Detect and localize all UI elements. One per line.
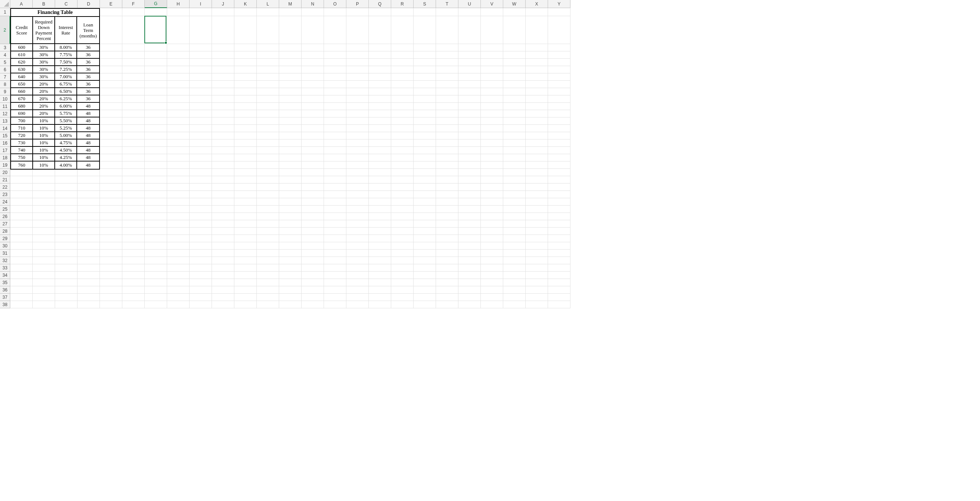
- cell-O7[interactable]: [324, 73, 346, 81]
- cell-G31[interactable]: [145, 250, 167, 257]
- cell-S2[interactable]: [414, 16, 436, 44]
- cell-L18[interactable]: [257, 154, 279, 162]
- cell-J22[interactable]: [212, 184, 234, 191]
- cell-N23[interactable]: [302, 191, 324, 198]
- cell-A35[interactable]: [10, 279, 33, 286]
- cell-T36[interactable]: [436, 286, 458, 293]
- cell-D31[interactable]: [78, 250, 100, 257]
- table-cell[interactable]: 690: [11, 110, 33, 117]
- cell-L8[interactable]: [257, 81, 279, 88]
- cell-T28[interactable]: [436, 228, 458, 235]
- cell-M36[interactable]: [279, 286, 302, 293]
- cell-F35[interactable]: [123, 279, 145, 286]
- cell-I32[interactable]: [189, 257, 212, 264]
- row-header-27[interactable]: 27: [0, 220, 10, 228]
- cell-O38[interactable]: [324, 301, 346, 308]
- cell-S32[interactable]: [414, 257, 436, 264]
- cell-G10[interactable]: [145, 95, 167, 103]
- cell-L11[interactable]: [257, 103, 279, 110]
- cell-N16[interactable]: [302, 140, 324, 147]
- cell-I15[interactable]: [189, 132, 212, 140]
- cell-V34[interactable]: [481, 272, 503, 279]
- cell-O18[interactable]: [324, 154, 346, 162]
- cell-N37[interactable]: [302, 293, 324, 301]
- cell-Q26[interactable]: [369, 213, 391, 220]
- cell-G27[interactable]: [145, 220, 167, 228]
- cell-K4[interactable]: [234, 51, 257, 59]
- cell-B21[interactable]: [33, 176, 55, 184]
- cell-J5[interactable]: [212, 59, 234, 66]
- cell-L30[interactable]: [257, 242, 279, 250]
- table-header-cell[interactable]: Required Down Payment Percent: [33, 17, 55, 43]
- cell-U16[interactable]: [458, 140, 481, 147]
- row-header-5[interactable]: 5: [0, 59, 10, 66]
- cell-L12[interactable]: [257, 110, 279, 117]
- cell-T37[interactable]: [436, 293, 458, 301]
- cell-J10[interactable]: [212, 95, 234, 103]
- cell-I36[interactable]: [189, 286, 212, 293]
- cell-I33[interactable]: [189, 264, 212, 272]
- cell-J4[interactable]: [212, 51, 234, 59]
- cell-H32[interactable]: [167, 257, 189, 264]
- cell-L14[interactable]: [257, 125, 279, 132]
- cell-Q34[interactable]: [369, 272, 391, 279]
- cell-A33[interactable]: [10, 264, 33, 272]
- column-header-H[interactable]: H: [167, 0, 189, 8]
- table-cell[interactable]: 4.00%: [55, 162, 77, 169]
- cell-O16[interactable]: [324, 140, 346, 147]
- cell-M22[interactable]: [279, 184, 302, 191]
- table-cell[interactable]: 650: [11, 81, 33, 87]
- cell-A34[interactable]: [10, 272, 33, 279]
- cell-U27[interactable]: [458, 220, 481, 228]
- cell-F1[interactable]: [123, 8, 145, 16]
- cell-O29[interactable]: [324, 235, 346, 242]
- cell-U23[interactable]: [458, 191, 481, 198]
- cell-L15[interactable]: [257, 132, 279, 140]
- cell-D29[interactable]: [78, 235, 100, 242]
- cell-W20[interactable]: [503, 169, 526, 176]
- cell-S14[interactable]: [414, 125, 436, 132]
- table-cell[interactable]: 630: [11, 66, 33, 73]
- cell-K38[interactable]: [234, 301, 257, 308]
- cell-Y15[interactable]: [548, 132, 570, 140]
- cell-O26[interactable]: [324, 213, 346, 220]
- cell-R23[interactable]: [391, 191, 414, 198]
- cell-O36[interactable]: [324, 286, 346, 293]
- cell-F17[interactable]: [123, 147, 145, 154]
- cell-B20[interactable]: [33, 169, 55, 176]
- cell-C20[interactable]: [55, 169, 78, 176]
- cell-H30[interactable]: [167, 242, 189, 250]
- cell-U2[interactable]: [458, 16, 481, 44]
- cell-P6[interactable]: [346, 66, 369, 73]
- cell-P28[interactable]: [346, 228, 369, 235]
- row-header-37[interactable]: 37: [0, 293, 10, 301]
- cell-S6[interactable]: [414, 66, 436, 73]
- cell-R25[interactable]: [391, 206, 414, 213]
- cell-I6[interactable]: [189, 66, 212, 73]
- cell-H13[interactable]: [167, 117, 189, 125]
- cell-W33[interactable]: [503, 264, 526, 272]
- cell-W35[interactable]: [503, 279, 526, 286]
- cell-M4[interactable]: [279, 51, 302, 59]
- cell-T34[interactable]: [436, 272, 458, 279]
- cell-K33[interactable]: [234, 264, 257, 272]
- table-cell[interactable]: 600: [11, 44, 33, 51]
- cell-P2[interactable]: [346, 16, 369, 44]
- cell-T6[interactable]: [436, 66, 458, 73]
- cell-Y1[interactable]: [548, 8, 570, 16]
- cell-V30[interactable]: [481, 242, 503, 250]
- cell-V22[interactable]: [481, 184, 503, 191]
- cell-B36[interactable]: [33, 286, 55, 293]
- cell-X30[interactable]: [526, 242, 548, 250]
- cell-U8[interactable]: [458, 81, 481, 88]
- cell-Y2[interactable]: [548, 16, 570, 44]
- cell-K1[interactable]: [234, 8, 257, 16]
- cell-N1[interactable]: [302, 8, 324, 16]
- cell-N38[interactable]: [302, 301, 324, 308]
- cell-T35[interactable]: [436, 279, 458, 286]
- column-header-K[interactable]: K: [234, 0, 257, 8]
- table-cell[interactable]: 7.75%: [55, 51, 77, 58]
- cell-K14[interactable]: [234, 125, 257, 132]
- cell-L19[interactable]: [257, 162, 279, 169]
- cell-P38[interactable]: [346, 301, 369, 308]
